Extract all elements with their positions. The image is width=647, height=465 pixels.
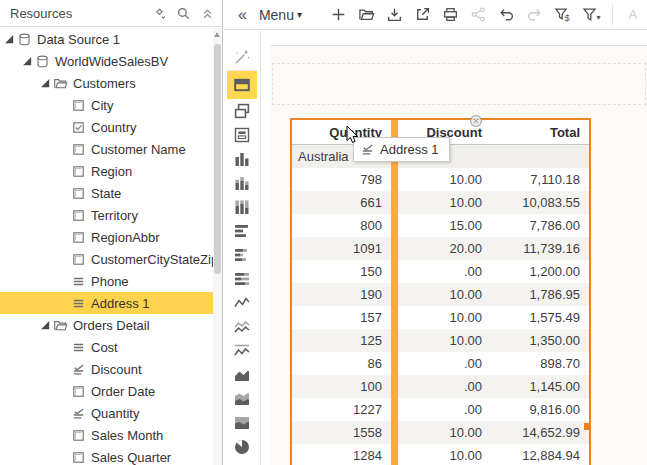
table-cell[interactable]: 150	[292, 260, 391, 283]
tree-item-customercitystatezip[interactable]: CustomerCityStateZip	[0, 248, 213, 270]
table-cell[interactable]: 1,575.49	[491, 306, 589, 329]
palette-pie-chart-button[interactable]	[227, 435, 257, 459]
scrollbar-thumb[interactable]	[214, 44, 221, 274]
table-row[interactable]: 86.00898.70	[292, 352, 589, 375]
table-row[interactable]: 12510.001,350.00	[292, 329, 589, 352]
palette-line-chart-button[interactable]	[227, 291, 257, 315]
table-cell[interactable]	[491, 145, 589, 168]
scroll-up-arrow-icon[interactable]	[214, 32, 220, 37]
expander-icon[interactable]	[20, 54, 34, 68]
table-cell[interactable]: .00	[398, 398, 491, 421]
table-cell[interactable]: 798	[292, 168, 391, 191]
tree-item-customer-name[interactable]: Customer Name	[0, 138, 213, 160]
table-cell[interactable]: 10.00	[398, 283, 491, 306]
table-row[interactable]: 1227.009,816.00	[292, 398, 589, 421]
page-header-section[interactable]	[272, 63, 646, 105]
table-row[interactable]: 128410.0012,884.94	[292, 444, 589, 465]
table-cell[interactable]: 10.00	[398, 191, 491, 214]
table-cell[interactable]: 12,884.94	[491, 444, 589, 465]
palette-stacked-column-chart-button[interactable]	[227, 171, 257, 195]
export-button[interactable]	[410, 2, 436, 28]
table-row[interactable]: 79810.007,110.18	[292, 168, 589, 191]
tree-scrollbar[interactable]	[213, 28, 222, 465]
table-cell[interactable]: 10.00	[398, 306, 491, 329]
table-cell[interactable]: 661	[292, 191, 391, 214]
table-cell[interactable]: 7,786.00	[491, 214, 589, 237]
open-button[interactable]	[354, 2, 380, 28]
tree-item-discount[interactable]: Discount	[0, 358, 213, 380]
expand-collapse-icon[interactable]	[150, 4, 168, 22]
table-cell[interactable]: 14,652.99	[491, 421, 589, 444]
print-button[interactable]	[438, 2, 464, 28]
tree-item-phone[interactable]: Phone	[0, 270, 213, 292]
table-resize-handle[interactable]	[584, 423, 591, 430]
table-cell[interactable]: 10.00	[398, 421, 491, 444]
table-cell[interactable]: 11,739.16	[491, 237, 589, 260]
table-cell[interactable]: 10.00	[398, 444, 491, 465]
table-cell[interactable]: 1,200.00	[491, 260, 589, 283]
table-row[interactable]: 150.001,200.00	[292, 260, 589, 283]
tree-item-cost[interactable]: Cost	[0, 336, 213, 358]
palette-table-button[interactable]	[227, 71, 257, 99]
table-cell[interactable]: 7,110.18	[491, 168, 589, 191]
palette-stacked100-bar-chart-button[interactable]	[227, 267, 257, 291]
palette-stacked100-area-chart-button[interactable]	[227, 411, 257, 435]
tree-item-sales-quarter[interactable]: Sales Quarter	[0, 446, 213, 465]
tree-item-orders-detail[interactable]: Orders Detail	[0, 314, 213, 336]
palette-area-chart-button[interactable]	[227, 363, 257, 387]
table-cell[interactable]: 9,816.00	[491, 398, 589, 421]
tree-item-region[interactable]: Region	[0, 160, 213, 182]
palette-stacked100-column-chart-button[interactable]	[227, 195, 257, 219]
palette-stacked-bar-chart-button[interactable]	[227, 243, 257, 267]
tree-item-quantity[interactable]: Quantity	[0, 402, 213, 424]
table-row[interactable]: 100.001,145.00	[292, 375, 589, 398]
filter-button[interactable]: ▾	[578, 2, 604, 28]
table-row[interactable]: 155810.0014,652.99	[292, 421, 589, 444]
tree-item-city[interactable]: City	[0, 94, 213, 116]
table-row[interactable]: 80015.007,786.00	[292, 214, 589, 237]
table-cell[interactable]: .00	[398, 352, 491, 375]
new-button[interactable]	[326, 2, 352, 28]
table-cell[interactable]: 1091	[292, 237, 391, 260]
expander-icon[interactable]	[38, 76, 52, 90]
search-icon[interactable]	[174, 4, 192, 22]
expander-icon[interactable]	[2, 32, 16, 46]
table-row[interactable]: 109120.0011,739.16	[292, 237, 589, 260]
table-cell[interactable]: 898.70	[491, 352, 589, 375]
table-cell[interactable]: 1,350.00	[491, 329, 589, 352]
tree-item-worldwidesalesbv[interactable]: WorldWideSalesBV	[0, 50, 213, 72]
table-cell[interactable]: 1284	[292, 444, 391, 465]
tree-item-order-date[interactable]: Order Date	[0, 380, 213, 402]
menu-dropdown-button[interactable]: Menu ▾	[255, 7, 310, 23]
palette-stacked-line-chart-button[interactable]	[227, 315, 257, 339]
report-table[interactable]: QuantityDiscountTotalAustralia79810.007,…	[290, 118, 591, 465]
palette-list-button[interactable]	[227, 123, 257, 147]
tree-item-territory[interactable]: Territory	[0, 204, 213, 226]
table-row[interactable]: 19010.001,786.95	[292, 283, 589, 306]
filter-currency-button[interactable]: $	[550, 2, 576, 28]
palette-bar-chart-button[interactable]	[227, 219, 257, 243]
table-cell[interactable]: 1,786.95	[491, 283, 589, 306]
palette-stacked100-line-chart-button[interactable]	[227, 339, 257, 363]
palette-stacked-area-chart-button[interactable]	[227, 387, 257, 411]
collapse-menu-button[interactable]: «	[232, 6, 253, 24]
tree-item-data-source-1[interactable]: Data Source 1	[0, 28, 213, 50]
table-cell[interactable]: 86	[292, 352, 391, 375]
table-cell[interactable]: 1227	[292, 398, 391, 421]
table-cell[interactable]: 157	[292, 306, 391, 329]
table-cell[interactable]: 10,083.55	[491, 191, 589, 214]
table-row[interactable]: 15710.001,575.49	[292, 306, 589, 329]
table-cell[interactable]: .00	[398, 375, 491, 398]
table-cell[interactable]: 10.00	[398, 329, 491, 352]
tree-item-address-1[interactable]: Address 1	[0, 292, 213, 314]
table-cell[interactable]: 100	[292, 375, 391, 398]
table-cell[interactable]: .00	[398, 260, 491, 283]
table-row[interactable]: 66110.0010,083.55	[292, 191, 589, 214]
palette-crosstab-button[interactable]	[227, 99, 257, 123]
tree-item-customers[interactable]: Customers	[0, 72, 213, 94]
tree-item-sales-month[interactable]: Sales Month	[0, 424, 213, 446]
save-button[interactable]	[382, 2, 408, 28]
table-cell[interactable]: 190	[292, 283, 391, 306]
table-cell[interactable]: 125	[292, 329, 391, 352]
table-cell[interactable]: 1,145.00	[491, 375, 589, 398]
